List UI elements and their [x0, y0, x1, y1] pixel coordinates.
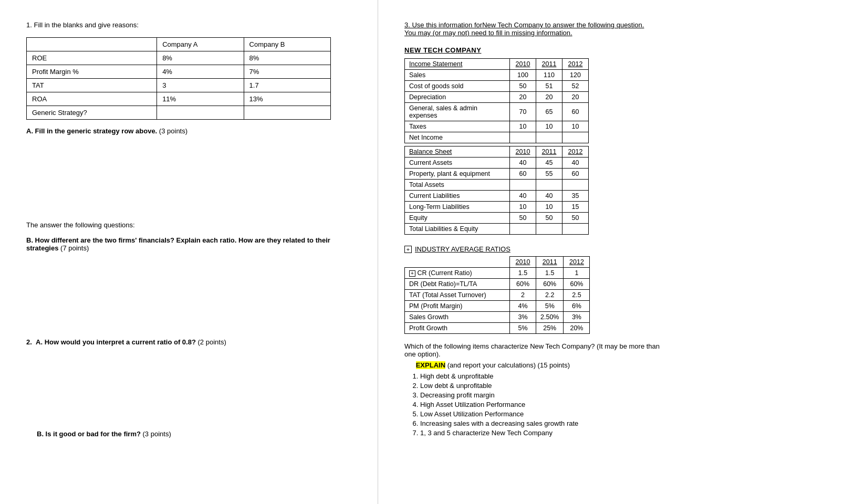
is-year-2011: 2011 [536, 59, 562, 70]
q2a-answer-space [26, 350, 351, 382]
ir-sg-2011: 2.50% [536, 312, 564, 323]
sub-b-question: B. How different are the two firms' fina… [26, 236, 351, 252]
ir-pg-2010: 5% [510, 323, 536, 334]
header-company-a: Company A [157, 38, 244, 51]
ir-sg-label: Sales Growth [405, 312, 510, 323]
is-netincome-2011 [536, 132, 562, 143]
options-list: High debt & unprofitable Low debt & unpr… [404, 372, 839, 437]
balance-sheet-label: Balance Sheet [405, 146, 510, 158]
row-roa-b: 13% [244, 92, 330, 106]
ir-tat-label: TAT (Total Asset Turnover) [405, 290, 510, 301]
ir-pg-2012: 20% [564, 323, 590, 334]
ir-pg-2011: 25% [536, 323, 564, 334]
option-5: Low Asset Utilization Performance [420, 410, 839, 418]
is-sales-2012: 120 [562, 70, 589, 81]
bs-ta-2012 [562, 180, 589, 191]
is-gsa-label: General, sales & admin expenses [405, 103, 510, 121]
is-gsa-2010: 70 [510, 103, 536, 121]
is-sales-2011: 110 [536, 70, 562, 81]
option-2: Low debt & unprofitable [420, 382, 839, 390]
plus-icon: + [404, 246, 412, 253]
sub-a-question: A. Fill in the generic strategy row abov… [26, 127, 351, 135]
ir-cr-label: + CR (Current Ratio) [405, 268, 510, 279]
ir-dr-label: DR (Debt Ratio)=TL/TA [405, 279, 510, 290]
ir-dr-2012: 60% [564, 279, 590, 290]
q2b-answer-space [26, 442, 351, 474]
ir-tat-2010: 2 [510, 290, 536, 301]
ir-dr-2011: 60% [536, 279, 564, 290]
q2a-answer-space2 [26, 390, 351, 422]
is-cogs-label: Cost of goods sold [405, 81, 510, 92]
bs-tle-label: Total Liabilities & Equity [405, 224, 510, 235]
explain-label: EXPLAIN [416, 361, 445, 369]
row-generic-a [157, 106, 244, 120]
bs-tle-2012 [562, 224, 589, 235]
is-netincome-label: Net Income [405, 132, 510, 143]
sub-b-answer-space [26, 256, 351, 288]
bs-year-2011: 2011 [536, 146, 562, 158]
explain-line: EXPLAIN (and report your calculations) (… [404, 361, 839, 369]
bs-ta-label: Total Assets [405, 180, 510, 191]
bs-equity-2012: 50 [562, 213, 589, 224]
ir-sg-2012: 3% [564, 312, 590, 323]
is-taxes-2012: 10 [562, 121, 589, 132]
sub-b-answer-space2 [26, 296, 351, 328]
q2b-answer-space2 [26, 482, 351, 504]
bs-ppe-2011: 55 [536, 169, 562, 180]
is-gsa-2012: 60 [562, 103, 589, 121]
question1-label: 1. Fill in the blanks and give reasons: [26, 21, 351, 29]
small-plus-icon: + [409, 270, 415, 277]
question3-intro: 3. Use this information forNew Tech Comp… [404, 21, 839, 37]
option-3: Decreasing profit margin [420, 391, 839, 399]
bs-year-2012: 2012 [562, 146, 589, 158]
bs-ta-2011 [536, 180, 562, 191]
bs-cl-label: Current Liabilities [405, 191, 510, 202]
option-4: High Asset Utilization Performance [420, 401, 839, 408]
bs-ppe-label: Property, plant & equipment [405, 169, 510, 180]
header-company-b: Company B [244, 38, 330, 51]
is-sales-2010: 100 [510, 70, 536, 81]
ir-sg-2010: 3% [510, 312, 536, 323]
bs-equity-2011: 50 [536, 213, 562, 224]
is-cogs-2012: 52 [562, 81, 589, 92]
bs-cl-2010: 40 [510, 191, 536, 202]
row-generic-b [244, 106, 330, 120]
row-generic-label: Generic Strategy? [27, 106, 157, 120]
industry-ratios-table: 2010 2011 2012 + CR (Current Ratio) 1.5 … [404, 256, 590, 334]
row-roa-a: 11% [157, 92, 244, 106]
sub-a-answer-space2 [26, 179, 351, 211]
financial-table: Income Statement 2010 2011 2012 Sales 10… [404, 58, 589, 235]
row-tat-b: 1.7 [244, 79, 330, 92]
bs-ca-label: Current Assets [405, 158, 510, 169]
is-cogs-2011: 51 [536, 81, 562, 92]
row-pm-label: Profit Margin % [27, 65, 157, 79]
ir-pm-2012: 6% [564, 301, 590, 312]
sub-a-answer-space [26, 139, 351, 171]
ir-cr-2010: 1.5 [510, 268, 536, 279]
follow-up-intro: The answer the following questions: [26, 221, 351, 229]
ir-pm-2010: 4% [510, 301, 536, 312]
question2-label: 2. A. How would you interpret a current … [26, 338, 351, 346]
ir-tat-2011: 2.2 [536, 290, 564, 301]
bs-ltl-2011: 10 [536, 202, 562, 213]
bs-equity-2010: 50 [510, 213, 536, 224]
is-cogs-2010: 50 [510, 81, 536, 92]
row-tat-label: TAT [27, 79, 157, 92]
bs-equity-label: Equity [405, 213, 510, 224]
bs-cl-2012: 35 [562, 191, 589, 202]
income-stmt-label: Income Statement [405, 59, 510, 70]
company-comparison-table: Company A Company B ROE 8% 8% Profit Mar… [26, 37, 331, 120]
bs-ltl-label: Long-Term Liabilities [405, 202, 510, 213]
bs-ca-2011: 45 [536, 158, 562, 169]
sub-b2-question: B. Is it good or bad for the firm? (3 po… [26, 430, 351, 438]
bs-ppe-2012: 60 [562, 169, 589, 180]
is-dep-label: Depreciation [405, 92, 510, 103]
is-dep-2010: 20 [510, 92, 536, 103]
row-pm-b: 7% [244, 65, 330, 79]
is-taxes-label: Taxes [405, 121, 510, 132]
is-dep-2011: 20 [536, 92, 562, 103]
company-title: NEW TECH COMPANY [404, 46, 839, 54]
ir-cr-2012: 1 [564, 268, 590, 279]
ir-tat-2012: 2.5 [564, 290, 590, 301]
row-roe-b: 8% [244, 51, 330, 65]
